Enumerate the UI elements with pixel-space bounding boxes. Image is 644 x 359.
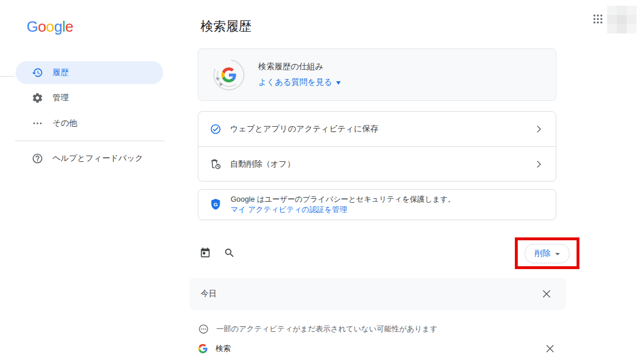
calendar-filter-button[interactable] — [199, 247, 211, 259]
avatar-pixel — [617, 15, 627, 24]
chevron-right-icon — [533, 158, 544, 170]
sidebar-item-other[interactable]: その他 — [16, 112, 163, 135]
pending-ellipsis-icon — [198, 324, 209, 334]
privacy-text: Google はユーザーのプライバシーとセキュリティを保護します。 — [231, 194, 455, 205]
apps-grid-icon — [593, 14, 603, 24]
search-button[interactable] — [224, 247, 235, 259]
avatar-pixel — [607, 6, 617, 15]
sidebar-item-history[interactable]: 履歴 — [16, 61, 163, 84]
sidebar-item-label: 履歴 — [52, 67, 69, 78]
notice-text: 一部のアクティビティがまだ表示されていない可能性があります — [216, 324, 438, 334]
google-logo[interactable]: Google — [27, 18, 73, 36]
avatar-pixel — [627, 15, 637, 24]
avatar-pixel — [607, 15, 617, 24]
delete-button[interactable]: 削除 — [525, 244, 570, 263]
auto-delete-icon — [210, 158, 221, 170]
google-apps-button[interactable] — [590, 12, 605, 27]
activity-toolbar — [199, 247, 235, 259]
delete-button-label: 削除 — [534, 248, 551, 259]
google-g-cycle-icon — [212, 58, 246, 92]
settings-row-label: 自動削除（オフ） — [230, 159, 295, 169]
activity-item-row: 検索 — [198, 343, 555, 354]
history-icon — [32, 67, 43, 78]
activity-item-label: 検索 — [216, 343, 231, 354]
pending-activity-notice: 一部のアクティビティがまだ表示されていない可能性があります — [198, 324, 438, 334]
sidebar-item-label: その他 — [52, 118, 77, 129]
privacy-text-block: Google はユーザーのプライバシーとセキュリティを保護します。 マイ アクテ… — [231, 194, 455, 215]
sidebar-divider — [15, 141, 165, 141]
chevron-right-icon — [533, 123, 544, 135]
dropdown-caret-icon — [336, 81, 341, 85]
avatar-pixel — [617, 6, 627, 15]
dropdown-caret-icon — [555, 253, 560, 255]
sidebar-item-label: ヘルプとフィードバック — [52, 153, 143, 164]
avatar-pixel — [627, 24, 637, 33]
check-circle-icon — [210, 123, 221, 135]
privacy-card: G Google はユーザーのプライバシーとセキュリティを保護します。 マイ ア… — [198, 189, 556, 220]
intro-card-title: 検索履歴の仕組み — [258, 62, 341, 72]
web-app-activity-row[interactable]: ウェブとアプリのアクティビティに保存 — [198, 112, 556, 146]
google-my-activity-page: Google 履歴 管理 その他 — [0, 0, 644, 359]
svg-text:G: G — [213, 201, 217, 207]
avatar-pixel — [617, 24, 627, 33]
faq-link[interactable]: よくある質問を見る — [258, 77, 341, 88]
settings-row-label: ウェブとアプリのアクティビティに保存 — [230, 124, 378, 134]
gear-icon — [32, 92, 43, 104]
date-header-label: 今日 — [201, 289, 217, 299]
auto-delete-row[interactable]: 自動削除（オフ） — [198, 146, 556, 182]
close-icon[interactable] — [545, 344, 555, 353]
page-title: 検索履歴 — [201, 18, 251, 35]
sidebar-item-help-feedback[interactable]: ヘルプとフィードバック — [16, 147, 163, 170]
intro-text-block: 検索履歴の仕組み よくある質問を見る — [258, 62, 341, 88]
activity-settings-card: ウェブとアプリのアクティビティに保存 自動削除（オフ） — [198, 111, 556, 182]
google-g-icon — [198, 344, 208, 353]
search-history-intro-card: 検索履歴の仕組み よくある質問を見る — [198, 48, 556, 101]
red-highlight-annotation: 削除 — [515, 237, 579, 269]
date-header-bar: 今日 — [189, 278, 566, 310]
more-horiz-icon — [32, 118, 43, 129]
avatar[interactable] — [607, 6, 637, 33]
avatar-pixel — [607, 24, 617, 33]
help-icon — [32, 153, 43, 164]
sidebar-item-manage[interactable]: 管理 — [16, 86, 163, 109]
verification-link[interactable]: マイ アクティビティの認証を管理 — [231, 205, 455, 215]
avatar-pixel — [627, 6, 637, 15]
sidebar-item-label: 管理 — [52, 93, 69, 103]
sidebar-nav: 履歴 管理 その他 ヘルプとフィード — [0, 61, 167, 172]
close-icon[interactable] — [542, 289, 551, 298]
shield-g-icon: G — [210, 198, 221, 211]
